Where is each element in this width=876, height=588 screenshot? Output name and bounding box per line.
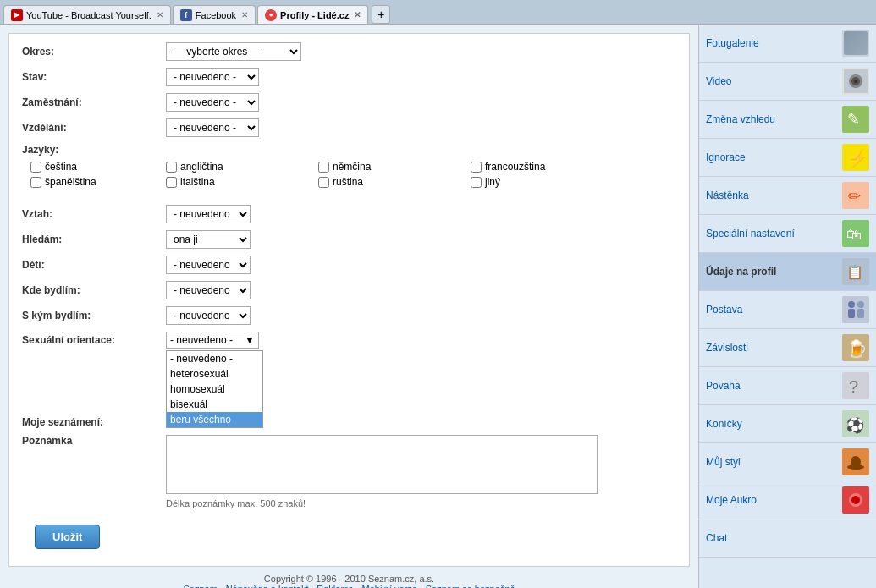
- footer-link-bezpecne[interactable]: Seznam se bezpečně: [426, 584, 515, 588]
- nastenka-icon: ✏: [842, 182, 869, 209]
- svg-point-27: [851, 456, 861, 468]
- s-kym-bydlim-select[interactable]: - neuvedeno -: [166, 306, 251, 325]
- tab-profily[interactable]: ● Profily - Lidé.cz ✕: [257, 5, 368, 24]
- poznamka-textarea[interactable]: [166, 435, 598, 494]
- chat-svg: [844, 526, 868, 550]
- orient-option-hetero[interactable]: heterosexuál: [167, 366, 262, 382]
- save-button-wrapper: Uložit: [22, 512, 676, 549]
- footer-link-seznam[interactable]: Seznam: [183, 584, 217, 588]
- deti-select[interactable]: - neuvedeno -: [166, 256, 251, 274]
- svg-text:?: ?: [849, 377, 858, 396]
- sidebar-item-portugalie[interactable]: Fotugalenie: [699, 25, 876, 63]
- svg-point-17: [857, 301, 864, 308]
- footer-link-mobilni[interactable]: Mobilní verze: [362, 584, 417, 588]
- moje-seznameni-label: Moje seznámení:: [22, 416, 166, 428]
- zamestnani-select[interactable]: - neuvedeno -: [166, 93, 259, 112]
- lang-it: italština: [166, 176, 318, 188]
- okres-select[interactable]: — vyberte okres —: [166, 42, 301, 61]
- footer-links: Seznam - Nápověda a kontakt - Reklama - …: [7, 584, 691, 588]
- tab-profily-close[interactable]: ✕: [354, 10, 361, 19]
- sexualni-orientace-row: Sexuální orientace: - neuvedeno - ▼ - ne…: [22, 332, 676, 349]
- stav-select[interactable]: - neuvedeno -: [166, 68, 259, 86]
- save-button[interactable]: Uložit: [35, 525, 100, 549]
- sidebar-item-konicku-label: Koníčky: [706, 418, 837, 430]
- sidebar-item-special[interactable]: Speciální nastavení 🛍: [699, 215, 876, 253]
- sidebar-item-postava[interactable]: Postava: [699, 291, 876, 329]
- lang-fr-checkbox[interactable]: [471, 162, 482, 173]
- content-area: Okres: — vyberte okres — Stav: - neuvede…: [0, 25, 698, 588]
- povaha-svg: ?: [844, 374, 868, 398]
- svg-point-30: [851, 496, 860, 504]
- sidebar-item-udaje[interactable]: Údaje na profil 📋: [699, 253, 876, 291]
- sidebar-item-styl[interactable]: Můj styl: [699, 443, 876, 481]
- lang-cs-checkbox[interactable]: [30, 162, 41, 173]
- sidebar-item-postava-label: Postava: [706, 304, 837, 316]
- lang-ru: ruština: [318, 176, 471, 188]
- svg-text:📋: 📋: [846, 264, 863, 280]
- sidebar-item-aukro[interactable]: Moje Aukro: [699, 481, 876, 519]
- sidebar-item-udaje-label: Údaje na profil: [706, 266, 837, 278]
- sidebar-item-nastenka[interactable]: Nástěnka ✏: [699, 177, 876, 215]
- s-kym-bydlim-row: S kým bydlím: - neuvedeno -: [22, 306, 676, 325]
- facebook-icon: f: [180, 9, 192, 21]
- vzdelani-select[interactable]: - neuvedeno -: [166, 118, 259, 137]
- orient-option-homo[interactable]: homosexuál: [167, 382, 262, 397]
- hledam-row: Hledám: ona ji: [22, 230, 676, 249]
- sidebar-item-video[interactable]: Video: [699, 63, 876, 101]
- tab-youtube-close[interactable]: ✕: [157, 10, 163, 19]
- svg-point-15: [848, 301, 855, 308]
- sidebar-item-povaha[interactable]: Povaha ?: [699, 367, 876, 405]
- form-container: Okres: — vyberte okres — Stav: - neuvede…: [8, 33, 690, 567]
- footer-link-napoveda[interactable]: Nápověda a kontakt: [226, 584, 309, 588]
- footer-link-reklama[interactable]: Reklama: [317, 584, 353, 588]
- orient-option-neuvedeno[interactable]: - neuvedeno -: [167, 351, 262, 366]
- footer: Copyright © 1996 - 2010 Seznam.cz, a.s. …: [0, 567, 698, 588]
- lang-es-checkbox[interactable]: [30, 177, 41, 188]
- zamestnani-row: Zaměstnání: - neuvedeno -: [22, 93, 676, 112]
- s-kym-bydlim-label: S kým bydlím:: [22, 310, 166, 321]
- lang-cs-label: čeština: [45, 161, 77, 173]
- hledam-select[interactable]: ona ji: [166, 230, 251, 249]
- languages-grid: čeština angličtina němčina francouzština: [30, 161, 676, 188]
- sidebar-item-konicku[interactable]: Koníčky ⚽: [699, 405, 876, 443]
- tab-facebook[interactable]: f Facebook ✕: [173, 5, 256, 24]
- kde-bydlim-select[interactable]: - neuvedeno -: [166, 281, 251, 299]
- orient-select-display[interactable]: - neuvedeno - ▼: [166, 332, 259, 349]
- postava-icon: [842, 296, 869, 323]
- sidebar-item-vzhled[interactable]: Změna vzhledu ✎: [699, 101, 876, 139]
- sidebar-item-zavislosti[interactable]: Závislosti 🍺: [699, 329, 876, 367]
- svg-text:🍺: 🍺: [846, 338, 868, 359]
- lang-other-checkbox[interactable]: [471, 177, 482, 188]
- lang-de-checkbox[interactable]: [318, 162, 329, 173]
- aukro-icon: [842, 486, 869, 514]
- vztah-label: Vztah:: [22, 208, 166, 220]
- video-svg: [844, 69, 868, 93]
- lang-it-label: italština: [180, 176, 215, 188]
- lang-es: španělština: [30, 176, 166, 188]
- sidebar-item-styl-label: Můj styl: [706, 456, 837, 468]
- new-tab-button[interactable]: +: [372, 5, 390, 24]
- povaha-icon: ?: [842, 372, 869, 399]
- tab-youtube-label: YouTube - Broadcast Yourself.: [26, 10, 152, 20]
- orient-dropdown-arrow: ▼: [245, 334, 255, 346]
- vztah-row: Vztah: - neuvedeno -: [22, 205, 676, 223]
- sidebar-item-ignorace[interactable]: Ignorace ⚡: [699, 139, 876, 177]
- zamestnani-label: Zaměstnání:: [22, 96, 166, 108]
- lang-ru-checkbox[interactable]: [318, 177, 329, 188]
- orient-option-bi[interactable]: bisexuál: [167, 397, 262, 412]
- moje-seznameni-row: Moje seznámení:: [22, 416, 676, 428]
- nastenka-svg: ✏: [844, 184, 868, 207]
- ignorace-svg: ⚡: [844, 146, 868, 169]
- orient-selected-value: - neuvedeno -: [170, 334, 245, 346]
- lang-it-checkbox[interactable]: [166, 177, 177, 188]
- tab-youtube[interactable]: ▶ YouTube - Broadcast Yourself. ✕: [3, 5, 171, 24]
- orient-option-beru[interactable]: beru všechno: [167, 412, 262, 427]
- lang-other-label: jiný: [485, 176, 500, 188]
- sidebar-item-povaha-label: Povaha: [706, 380, 837, 392]
- tab-facebook-close[interactable]: ✕: [241, 10, 248, 19]
- vztah-select[interactable]: - neuvedeno -: [166, 205, 251, 223]
- lang-en-checkbox[interactable]: [166, 162, 177, 173]
- sidebar-item-chat[interactable]: Chat: [699, 519, 876, 558]
- svg-rect-16: [848, 309, 855, 318]
- video-icon: [842, 68, 869, 95]
